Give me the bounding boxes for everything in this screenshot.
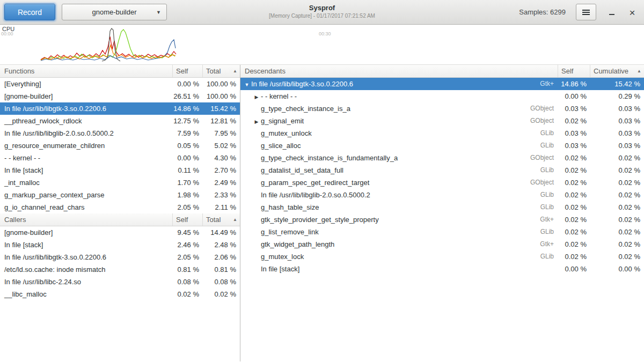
table-row[interactable]: g_type_check_instance_is_fundamentally_a… bbox=[240, 152, 644, 164]
row-label: In file /usr/lib/libglib-2.0.so.0.5000.2 bbox=[261, 191, 370, 199]
column-header-functions[interactable]: Functions bbox=[0, 65, 173, 77]
table-row[interactable]: __libc_malloc0.02 %0.02 % bbox=[0, 288, 240, 300]
self-percent: 0.03 % bbox=[558, 102, 590, 115]
table-row[interactable]: In file /usr/lib/libc-2.24.so0.08 %0.08 … bbox=[0, 276, 240, 288]
self-percent: 14.86 % bbox=[173, 102, 203, 115]
category-label: GObject bbox=[509, 152, 558, 164]
table-row[interactable]: g_type_check_instance_is_aGObject0.03 %0… bbox=[240, 102, 644, 115]
table-row[interactable]: [gnome-builder]26.51 %100.00 % bbox=[0, 90, 240, 102]
function-name-cell: ▶g_signal_emit bbox=[240, 115, 509, 127]
table-row[interactable]: ▶g_signal_emitGObject0.02 %0.03 % bbox=[240, 115, 644, 127]
column-header-cumulative[interactable]: Cumulative ▲ bbox=[590, 65, 644, 77]
row-label: [gnome-builder] bbox=[4, 92, 53, 100]
column-header-self[interactable]: Self bbox=[173, 213, 203, 226]
table-row[interactable]: g_datalist_id_set_data_fullGLib0.02 %0.0… bbox=[240, 164, 644, 176]
header-bar: Record gnome-builder ▼ Sysprof [Memory C… bbox=[0, 0, 644, 25]
function-name-cell: In file /usr/lib/libc-2.24.so bbox=[0, 276, 173, 288]
expander-open-icon[interactable]: ▼ bbox=[243, 79, 251, 90]
self-percent: 0.00 % bbox=[558, 263, 590, 275]
samples-count: Samples: 6299 bbox=[519, 8, 566, 16]
record-button[interactable]: Record bbox=[4, 4, 55, 20]
total-percent: 0.03 % bbox=[590, 127, 644, 139]
close-button[interactable]: × bbox=[626, 6, 639, 19]
table-row[interactable]: g_list_remove_linkGLib0.02 %0.02 % bbox=[240, 226, 644, 238]
descendants-table-header: Descendants Self Cumulative ▲ bbox=[240, 65, 644, 78]
menu-button[interactable] bbox=[576, 4, 596, 20]
table-row[interactable]: _int_malloc1.70 %2.49 % bbox=[0, 176, 240, 189]
total-percent: 0.00 % bbox=[590, 263, 644, 275]
table-row[interactable]: __pthread_rwlock_rdlock12.75 %12.81 % bbox=[0, 115, 240, 127]
cpu-timeline-graph[interactable]: CPU 00:00 00:30 bbox=[0, 25, 644, 65]
table-row[interactable]: g_resource_enumerate_children0.05 %5.02 … bbox=[0, 139, 240, 152]
function-name-cell: g_markup_parse_context_parse bbox=[0, 189, 173, 201]
self-percent: 1.98 % bbox=[173, 189, 203, 201]
function-name-cell: g_mutex_lock bbox=[240, 250, 509, 263]
self-percent: 0.00 % bbox=[173, 152, 203, 164]
column-header-descendants[interactable]: Descendants bbox=[240, 65, 558, 77]
table-row[interactable]: In file /usr/lib/libglib-2.0.so.0.5000.2… bbox=[0, 127, 240, 139]
row-label: /etc/ld.so.cache: inode mismatch bbox=[4, 265, 106, 274]
total-percent: 0.02 % bbox=[590, 164, 644, 176]
total-percent: 0.02 % bbox=[203, 288, 240, 300]
process-selector-dropdown[interactable]: gnome-builder ▼ bbox=[62, 4, 167, 20]
row-label: - - kernel - - bbox=[261, 92, 297, 100]
table-row[interactable]: g_mutex_unlockGLib0.03 %0.03 % bbox=[240, 127, 644, 139]
self-percent: 14.86 % bbox=[558, 78, 590, 90]
minimize-button[interactable] bbox=[605, 6, 618, 19]
expander-closed-icon[interactable]: ▶ bbox=[252, 116, 261, 127]
total-percent: 0.03 % bbox=[590, 102, 644, 115]
function-name-cell: In file [stack] bbox=[0, 239, 173, 251]
self-percent: 0.81 % bbox=[173, 263, 203, 276]
column-header-total[interactable]: Total ▲ bbox=[203, 65, 240, 77]
descendants-table: ▼In file /usr/lib/libgtk-3.so.0.2200.6Gt… bbox=[240, 78, 644, 275]
minimize-icon bbox=[609, 14, 614, 15]
column-header-cumulative-label: Cumulative bbox=[594, 65, 628, 77]
function-name-cell: g_resource_enumerate_children bbox=[0, 139, 173, 152]
expander-closed-icon[interactable]: ▶ bbox=[252, 91, 261, 102]
table-row[interactable]: - - kernel - -0.00 %4.30 % bbox=[0, 152, 240, 164]
table-row[interactable]: In file /usr/lib/libgtk-3.so.0.2200.614.… bbox=[0, 102, 240, 115]
function-name-cell: g_param_spec_get_redirect_target bbox=[240, 176, 509, 189]
table-row[interactable]: In file [stack]0.00 %0.00 % bbox=[240, 263, 644, 275]
table-row[interactable]: g_io_channel_read_chars2.05 %2.11 % bbox=[0, 201, 240, 213]
table-row[interactable]: g_param_spec_get_redirect_targetGObject0… bbox=[240, 176, 644, 189]
table-row[interactable]: [gnome-builder]9.45 %14.49 % bbox=[0, 226, 240, 239]
row-label: g_signal_emit bbox=[261, 117, 304, 125]
table-row[interactable]: g_hash_table_sizeGLib0.02 %0.02 % bbox=[240, 201, 644, 213]
column-header-total[interactable]: Total ▲ bbox=[203, 213, 240, 226]
function-name-cell: In file [stack] bbox=[0, 164, 173, 176]
row-label: [Everything] bbox=[4, 80, 41, 88]
table-row[interactable]: In file [stack]0.11 %2.70 % bbox=[0, 164, 240, 176]
total-percent: 0.81 % bbox=[203, 263, 240, 276]
row-label: g_hash_table_size bbox=[261, 203, 319, 211]
self-percent: 0.11 % bbox=[173, 164, 203, 176]
function-name-cell: __libc_malloc bbox=[0, 288, 173, 300]
table-row[interactable]: g_mutex_lockGLib0.02 %0.02 % bbox=[240, 250, 644, 263]
row-label: In file /usr/lib/libc-2.24.so bbox=[4, 278, 81, 286]
table-row[interactable]: /etc/ld.so.cache: inode mismatch0.81 %0.… bbox=[0, 263, 240, 276]
callers-table: [gnome-builder]9.45 %14.49 %In file [sta… bbox=[0, 226, 240, 300]
table-row[interactable]: In file [stack]2.46 %2.48 % bbox=[0, 239, 240, 251]
total-percent: 100.00 % bbox=[203, 78, 240, 90]
table-row[interactable]: g_slice_allocGLib0.03 %0.03 % bbox=[240, 139, 644, 152]
table-row[interactable]: gtk_widget_path_lengthGtk+0.02 %0.02 % bbox=[240, 238, 644, 250]
table-row[interactable]: ▼In file /usr/lib/libgtk-3.so.0.2200.6Gt… bbox=[240, 78, 644, 90]
table-row[interactable]: ▶- - kernel - -0.00 %0.29 % bbox=[240, 90, 644, 102]
self-percent: 0.02 % bbox=[558, 238, 590, 250]
table-row[interactable]: In file /usr/lib/libgtk-3.so.0.2200.62.0… bbox=[0, 251, 240, 263]
category-label: Gtk+ bbox=[509, 213, 558, 226]
table-row[interactable]: gtk_style_provider_get_style_propertyGtk… bbox=[240, 213, 644, 226]
self-percent: 2.46 % bbox=[173, 239, 203, 251]
column-header-self[interactable]: Self bbox=[173, 65, 203, 77]
function-name-cell: In file /usr/lib/libglib-2.0.so.0.5000.2 bbox=[240, 189, 509, 201]
table-row[interactable]: g_markup_parse_context_parse1.98 %2.33 % bbox=[0, 189, 240, 201]
row-label: In file [stack] bbox=[261, 265, 299, 273]
self-percent: 7.59 % bbox=[173, 127, 203, 139]
function-name-cell: /etc/ld.so.cache: inode mismatch bbox=[0, 263, 173, 276]
table-row[interactable]: [Everything]0.00 %100.00 % bbox=[0, 78, 240, 90]
column-header-callers[interactable]: Callers bbox=[0, 213, 173, 226]
table-row[interactable]: In file /usr/lib/libglib-2.0.so.0.5000.2… bbox=[240, 189, 644, 201]
self-percent: 0.08 % bbox=[173, 276, 203, 288]
column-header-self[interactable]: Self bbox=[558, 65, 590, 77]
sort-arrow-icon: ▲ bbox=[233, 213, 237, 226]
